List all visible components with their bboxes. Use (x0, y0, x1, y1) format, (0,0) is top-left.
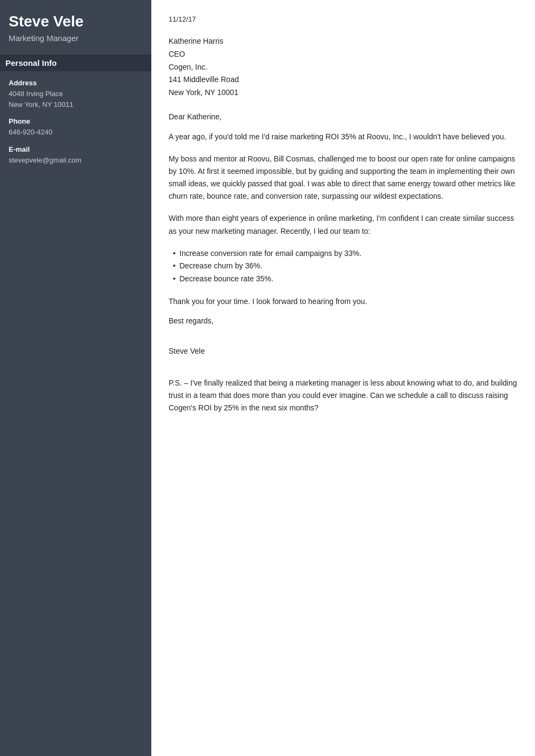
cover-letter: 11/12/17 Katherine Harris CEO Cogen, Inc… (151, 0, 535, 756)
recipient-name: Katherine Harris (169, 35, 518, 48)
recipient-address2: New York, NY 10001 (169, 86, 518, 99)
letter-regards: Best regards, (169, 316, 518, 325)
address-line1: 4048 Irving Place (9, 90, 63, 98)
letter-ps: P.S. – I've finally realized that being … (169, 377, 518, 414)
email-value: stevepvele@gmail.com (9, 155, 143, 166)
achievements-list: Increase conversion rate for email campa… (173, 247, 518, 286)
address-value: 4048 Irving Place New York, NY 10011 (9, 89, 143, 110)
recipient-title: CEO (169, 48, 518, 61)
letter-paragraph-3: With more than eight years of experience… (169, 212, 518, 237)
personal-info-heading: Personal Info (0, 55, 151, 71)
letter-signature: Steve Vele (169, 347, 518, 355)
email-label: E-mail (9, 145, 143, 153)
phone-label: Phone (9, 117, 143, 125)
achievement-2: Decrease churn by 36%. (173, 260, 518, 273)
recipient-address1: 141 Middleville Road (169, 73, 518, 86)
letter-paragraph-2: My boss and mentor at Roovu, Bill Cosmas… (169, 153, 518, 202)
letter-salutation: Dear Katherine, (169, 112, 518, 121)
address-line2: New York, NY 10011 (9, 100, 73, 109)
achievement-1: Increase conversion rate for email campa… (173, 247, 518, 260)
address-label: Address (9, 79, 143, 87)
sidebar: Steve Vele Marketing Manager Personal In… (0, 0, 151, 756)
phone-value: 646-920-4240 (9, 127, 143, 138)
recipient-block: Katherine Harris CEO Cogen, Inc. 141 Mid… (169, 35, 518, 99)
letter-closing: Thank you for your time. I look forward … (169, 295, 518, 308)
letter-date: 11/12/17 (169, 15, 518, 23)
letter-paragraph-1: A year ago, if you'd told me I'd raise m… (169, 131, 518, 143)
achievement-3: Decrease bounce rate 35%. (173, 273, 518, 286)
applicant-name: Steve Vele (9, 13, 143, 30)
applicant-job-title: Marketing Manager (9, 33, 143, 43)
recipient-company: Cogen, Inc. (169, 61, 518, 74)
